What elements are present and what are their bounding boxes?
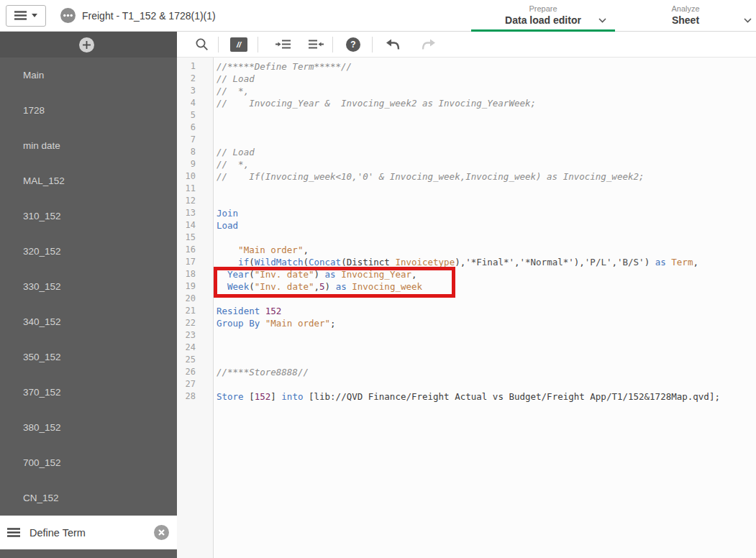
sidebar-footer: [0, 549, 177, 558]
plus-icon: [83, 41, 91, 49]
outdent-button[interactable]: [307, 36, 324, 53]
qlik-data-load-editor: Freight - T1_152 & 1728(1)(1) Prepare Da…: [0, 0, 756, 558]
line-number: 12: [177, 195, 196, 207]
app-options-button[interactable]: [60, 8, 76, 23]
code-line-8[interactable]: // Load: [217, 146, 756, 158]
line-number: 16: [177, 244, 196, 256]
sidebar-section-1728[interactable]: 1728: [0, 93, 177, 128]
help-icon: ?: [346, 37, 360, 52]
sidebar-section-340-152[interactable]: 340_152: [0, 304, 177, 339]
code-line-3[interactable]: // *,: [217, 85, 756, 97]
section-label: MAL_152: [23, 175, 65, 186]
nav-prepare-data-load-editor[interactable]: Prepare Data load editor: [471, 0, 615, 32]
sidebar-section-700-152[interactable]: 700_152: [0, 445, 177, 480]
code-line-16[interactable]: "Main order",: [217, 244, 756, 256]
chevron-down-icon: [744, 18, 752, 23]
redo-icon: [422, 39, 436, 50]
toolbar-separator: [372, 37, 373, 52]
code-line-25[interactable]: [217, 354, 756, 366]
code-line-28[interactable]: Store [152] into [lib://QVD Finance/Frei…: [217, 390, 756, 403]
section-label: 340_152: [23, 316, 61, 327]
line-number: 26: [177, 366, 196, 378]
line-number: 10: [177, 170, 196, 183]
line-number: 11: [177, 183, 196, 195]
active-section-label: Define Term: [29, 527, 86, 539]
code-line-11[interactable]: [217, 183, 756, 195]
add-section-button[interactable]: [79, 37, 94, 52]
line-number: 8: [177, 146, 196, 158]
code-area: 1234567891011121314151617181920212223242…: [177, 58, 756, 558]
code-line-2[interactable]: // Load: [217, 73, 756, 85]
code-line-18[interactable]: Year("Inv. date") as Invocing_Year,: [217, 268, 756, 280]
line-number: 27: [177, 378, 196, 390]
drag-handle-icon[interactable]: [7, 528, 20, 537]
line-number: 7: [177, 134, 196, 146]
search-icon: [195, 37, 209, 52]
section-label: min date: [23, 140, 60, 151]
script-editor: // ?: [177, 32, 756, 558]
code-line-5[interactable]: [217, 109, 756, 122]
code-line-1[interactable]: //*****Define Term*****//: [217, 60, 756, 73]
code-line-7[interactable]: [217, 134, 756, 146]
nav-current-view: Data load editor: [471, 14, 615, 27]
gutter: 1234567891011121314151617181920212223242…: [177, 58, 214, 558]
redo-button[interactable]: [420, 36, 437, 53]
code-line-12[interactable]: [217, 195, 756, 207]
hamburger-icon: [14, 11, 27, 20]
code-line-6[interactable]: [217, 122, 756, 134]
ellipsis-icon: [60, 8, 76, 23]
undo-button[interactable]: [384, 36, 401, 53]
code-line-9[interactable]: // *,: [217, 158, 756, 170]
code-line-19[interactable]: Week("Inv. date",5) as Invocing_week: [217, 280, 756, 293]
section-label: 320_152: [23, 246, 61, 257]
code-line-4[interactable]: // Invocing_Year & Invocing_week2 as Inv…: [217, 97, 756, 109]
code-line-21[interactable]: Resident 152: [217, 305, 756, 317]
section-label: 700_152: [23, 457, 61, 468]
nav-analyze-sheet[interactable]: Analyze Sheet: [615, 0, 756, 32]
sidebar-section-cn-152[interactable]: CN_152: [0, 480, 177, 516]
sidebar-section-main[interactable]: Main: [0, 58, 177, 93]
code-line-15[interactable]: [217, 232, 756, 244]
section-list: Main1728min dateMAL_152310_152320_152330…: [0, 58, 177, 516]
search-button[interactable]: [193, 36, 211, 53]
delete-section-button[interactable]: [154, 525, 169, 540]
code-line-20[interactable]: [217, 293, 756, 305]
code-line-27[interactable]: [217, 378, 756, 390]
line-number: 25: [177, 354, 196, 366]
section-label: 330_152: [23, 281, 61, 292]
line-number: 22: [177, 317, 196, 329]
active-section-row[interactable]: Define Term: [0, 516, 177, 549]
sidebar-section-370-152[interactable]: 370_152: [0, 375, 177, 410]
nav-group-label: Prepare: [471, 4, 615, 14]
chevron-down-icon: [598, 18, 606, 23]
toolbar-separator: [332, 37, 333, 52]
code-line-23[interactable]: [217, 329, 756, 342]
sidebar-section-330-152[interactable]: 330_152: [0, 269, 177, 304]
indent-button[interactable]: [274, 36, 291, 53]
sidebar-section-350-152[interactable]: 350_152: [0, 339, 177, 375]
code-line-10[interactable]: // If(Invocing_week<10,'0' & Invocing_we…: [217, 170, 756, 183]
global-menu-button[interactable]: [6, 5, 46, 27]
comment-button[interactable]: //: [230, 36, 247, 53]
line-number: 23: [177, 329, 196, 342]
sections-sidebar: Main1728min dateMAL_152310_152320_152330…: [0, 32, 177, 558]
sidebar-section-380-152[interactable]: 380_152: [0, 410, 177, 445]
code-line-13[interactable]: Join: [217, 207, 756, 219]
sidebar-section-min-date[interactable]: min date: [0, 128, 177, 163]
line-number: 19: [177, 280, 196, 293]
sidebar-section-mal-152[interactable]: MAL_152: [0, 163, 177, 198]
sidebar-section-310-152[interactable]: 310_152: [0, 198, 177, 234]
section-label: CN_152: [23, 493, 59, 503]
line-number: 28: [177, 390, 196, 403]
code-line-17[interactable]: if(WildMatch(Concat(Distinct Invoicetype…: [217, 256, 756, 268]
code-line-14[interactable]: Load: [217, 219, 756, 232]
code-line-24[interactable]: [217, 342, 756, 354]
code-line-22[interactable]: Group By "Main order";: [217, 317, 756, 329]
line-number: 15: [177, 232, 196, 244]
sidebar-section-320-152[interactable]: 320_152: [0, 234, 177, 269]
outdent-icon: [309, 39, 324, 50]
line-number: 5: [177, 109, 196, 122]
code-pane[interactable]: //*****Define Term*****//// Load// *,// …: [214, 58, 756, 558]
help-button[interactable]: ?: [345, 36, 362, 53]
code-line-26[interactable]: //****Store8888//: [217, 366, 756, 378]
